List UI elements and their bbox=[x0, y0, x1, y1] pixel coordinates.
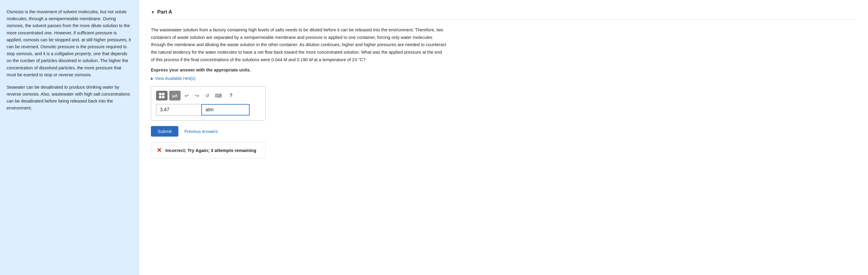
keyboard-icon: ⌨ bbox=[215, 93, 222, 99]
hint-link[interactable]: ▶ View Available Hint(s) bbox=[151, 76, 856, 81]
undo-icon: ↩ bbox=[185, 93, 189, 99]
answer-toolbar: μA ↩ ↪ ↺ ⌨ ? bbox=[156, 91, 260, 100]
refresh-icon: ↺ bbox=[205, 93, 209, 99]
help-button[interactable]: ? bbox=[225, 91, 236, 100]
redo-button[interactable]: ↪ bbox=[192, 91, 201, 100]
refresh-button[interactable]: ↺ bbox=[203, 91, 211, 100]
hint-link-text: View Available Hint(s) bbox=[155, 76, 195, 81]
italic-term: colligative property bbox=[55, 51, 91, 56]
input-row bbox=[156, 104, 260, 115]
right-panel: ▼ Part A The wastewater solution from a … bbox=[139, 0, 868, 275]
hint-arrow-icon: ▶ bbox=[151, 77, 153, 80]
incorrect-icon: ✕ bbox=[157, 146, 162, 154]
express-instruction: Express your answer with the appropriate… bbox=[151, 68, 856, 72]
previous-answers-link[interactable]: Previous Answers bbox=[184, 129, 218, 134]
keyboard-button[interactable]: ⌨ bbox=[213, 91, 224, 100]
mu-button[interactable]: μA bbox=[169, 91, 181, 100]
feedback-box: ✕ Incorrect; Try Again; 3 attempts remai… bbox=[151, 142, 266, 158]
unit-input[interactable] bbox=[201, 104, 250, 115]
part-collapse-arrow[interactable]: ▼ bbox=[151, 10, 155, 14]
help-icon: ? bbox=[229, 93, 232, 99]
value-input[interactable] bbox=[156, 104, 201, 115]
grid-button[interactable] bbox=[156, 91, 167, 100]
left-panel-paragraph1: Osmosis is the movement of solvent molec… bbox=[7, 8, 132, 78]
undo-button[interactable]: ↩ bbox=[182, 91, 191, 100]
feedback-text: Incorrect; Try Again; 3 attempts remaini… bbox=[165, 148, 256, 153]
part-header: ▼ Part A bbox=[151, 9, 856, 20]
part-title: Part A bbox=[157, 9, 172, 15]
answer-box: μA ↩ ↪ ↺ ⌨ ? bbox=[151, 86, 266, 121]
redo-icon: ↪ bbox=[195, 93, 199, 99]
left-panel-paragraph2: Seawater can be desalinated to produce d… bbox=[7, 84, 132, 112]
question-body: The wastewater solution from a factory c… bbox=[151, 28, 446, 62]
question-text: The wastewater solution from a factory c… bbox=[151, 26, 447, 63]
submit-button[interactable]: Submit bbox=[151, 126, 178, 137]
submit-row: Submit Previous Answers bbox=[151, 126, 856, 137]
mu-label: μA bbox=[172, 94, 178, 98]
left-panel: Osmosis is the movement of solvent molec… bbox=[0, 0, 139, 275]
grid-icon bbox=[159, 93, 164, 98]
